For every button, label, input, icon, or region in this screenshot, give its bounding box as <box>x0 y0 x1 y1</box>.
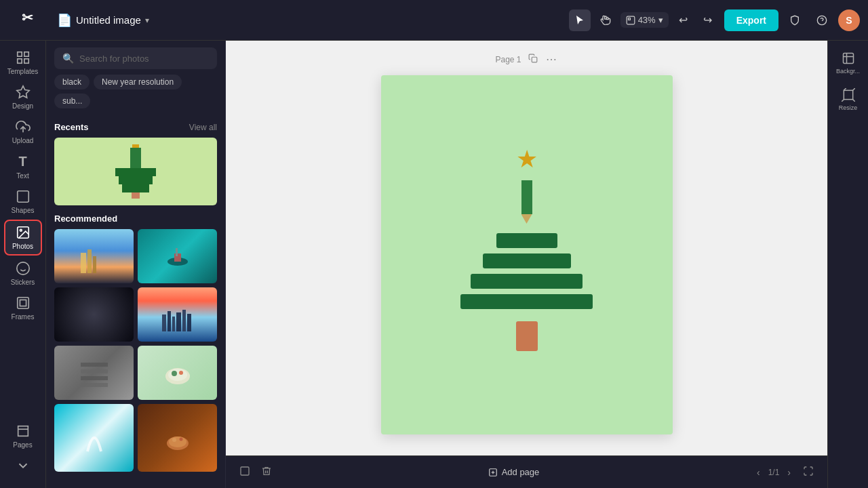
sidebar-item-pages[interactable]: Pages <box>4 420 42 453</box>
tree-bar-4 <box>460 294 593 309</box>
sidebar-item-templates-label: Templates <box>7 68 39 75</box>
tag-sub[interactable]: sub... <box>54 94 90 108</box>
canvas-area: Page 1 ⋯ ★ <box>226 41 827 455</box>
canvas-inner[interactable]: Page 1 ⋯ ★ <box>226 41 827 455</box>
pencil-tip <box>521 214 532 224</box>
svg-rect-18 <box>132 144 139 148</box>
svg-rect-30 <box>162 314 166 331</box>
tree-bars <box>460 233 593 309</box>
doc-title-chevron[interactable]: ▾ <box>145 16 149 25</box>
svg-rect-19 <box>130 148 141 168</box>
view-all-link[interactable]: View all <box>189 123 217 132</box>
icon-bar: Templates Design Upload T Text <box>0 41 46 488</box>
topbar-center: 43% ▾ ↩ ↪ <box>569 9 719 31</box>
add-page-button[interactable]: Add page <box>481 463 547 481</box>
svg-rect-34 <box>182 310 186 331</box>
sidebar-item-design[interactable]: Design <box>4 81 42 114</box>
sidebar-item-photos-label: Photos <box>12 243 33 250</box>
redo-button[interactable]: ↪ <box>697 9 719 31</box>
sidebar-item-text[interactable]: T Text <box>4 150 42 184</box>
page-more-button[interactable]: ⋯ <box>545 52 558 67</box>
recommended-photo-1[interactable] <box>54 229 134 283</box>
sidebar-item-templates[interactable]: Templates <box>4 46 42 79</box>
tag-row: black New year resolution sub... <box>46 75 225 114</box>
sidebar-item-stickers[interactable]: Stickers <box>4 257 42 290</box>
hand-tool-button[interactable] <box>595 9 616 31</box>
undo-button[interactable]: ↩ <box>673 9 694 31</box>
resize-panel-label: Resize <box>839 104 858 111</box>
shield-button[interactable] <box>784 9 806 31</box>
sidebar-item-frames[interactable]: Frames <box>4 291 42 325</box>
recommended-photo-3[interactable] <box>54 287 134 342</box>
sidebar-item-photos[interactable]: Photos <box>4 220 42 256</box>
bottom-center: Add page <box>280 463 747 481</box>
svg-point-47 <box>179 438 182 441</box>
tag-new-year[interactable]: New year resolution <box>94 75 182 89</box>
page-thumbnail-button[interactable] <box>237 463 253 482</box>
svg-point-10 <box>20 229 22 231</box>
svg-rect-33 <box>176 312 181 331</box>
resize-panel-button[interactable]: Resize <box>831 83 866 117</box>
svg-rect-49 <box>241 467 249 475</box>
recommended-photo-4[interactable] <box>138 287 217 342</box>
select-tool-button[interactable] <box>569 9 591 31</box>
star-topper: ★ <box>516 145 538 174</box>
duplicate-page-button[interactable] <box>527 52 539 66</box>
export-button[interactable]: Export <box>724 9 778 31</box>
sidebar-expand-button[interactable] <box>4 454 42 477</box>
search-icon: 🔍 <box>62 53 74 64</box>
svg-rect-48 <box>532 57 537 62</box>
recents-header: Recents View all <box>54 122 217 132</box>
more-grid <box>54 404 217 472</box>
recommended-photo-6[interactable] <box>138 346 217 400</box>
right-panel: Backgr... Resize <box>827 41 868 488</box>
search-input[interactable] <box>79 54 209 64</box>
sidebar-item-stickers-label: Stickers <box>11 279 35 286</box>
recents-grid <box>54 138 217 205</box>
svg-rect-37 <box>81 369 108 373</box>
svg-rect-36 <box>81 363 108 367</box>
tag-black[interactable]: black <box>54 75 90 89</box>
photos-panel: 🔍 black New year resolution sub... Recen… <box>46 41 226 488</box>
sidebar-item-text-label: Text <box>16 172 28 180</box>
recommended-header: Recommended <box>54 214 217 224</box>
svg-point-41 <box>168 369 187 381</box>
topbar-right: Export S <box>724 9 860 31</box>
zoom-control[interactable]: 43% ▾ <box>620 12 669 28</box>
svg-point-45 <box>169 436 186 447</box>
sidebar-item-shapes[interactable]: Shapes <box>4 185 42 218</box>
svg-point-42 <box>172 371 177 376</box>
recommended-photo-5[interactable] <box>54 346 134 400</box>
canvas-document[interactable]: ★ <box>381 75 673 434</box>
more-photo-2[interactable] <box>138 404 217 472</box>
sidebar-item-frames-label: Frames <box>12 313 35 321</box>
svg-rect-14 <box>17 298 28 309</box>
bottom-left <box>237 463 275 482</box>
recommended-grid <box>54 229 217 400</box>
fullscreen-button[interactable] <box>800 463 816 481</box>
svg-rect-5 <box>17 59 21 63</box>
svg-rect-31 <box>167 311 171 331</box>
svg-rect-25 <box>87 249 92 273</box>
more-photo-1[interactable] <box>54 404 134 472</box>
prev-page-button[interactable]: ‹ <box>753 464 764 481</box>
tree-illustration: ★ <box>460 145 593 351</box>
undo-redo-group: ↩ ↪ <box>673 9 719 31</box>
search-box: 🔍 <box>54 47 217 69</box>
sidebar-item-shapes-label: Shapes <box>12 207 35 214</box>
delete-page-button[interactable] <box>258 463 275 482</box>
page-counter: 1/1 <box>768 468 780 477</box>
recommended-photo-2[interactable] <box>138 229 217 283</box>
recent-photo-1[interactable] <box>54 138 217 205</box>
help-button[interactable] <box>811 9 833 31</box>
bottom-right: ‹ 1/1 › <box>753 463 816 481</box>
logo-icon: ✂ <box>22 9 33 26</box>
avatar[interactable]: S <box>838 9 860 31</box>
sidebar-item-upload[interactable]: Upload <box>4 115 42 148</box>
next-page-button[interactable]: › <box>783 464 795 481</box>
main-layout: Templates Design Upload T Text <box>0 41 868 488</box>
svg-rect-32 <box>172 317 175 331</box>
page-label-area: Page 1 ⋯ <box>495 52 557 67</box>
background-panel-button[interactable]: Backgr... <box>831 46 866 80</box>
svg-rect-3 <box>17 52 21 56</box>
